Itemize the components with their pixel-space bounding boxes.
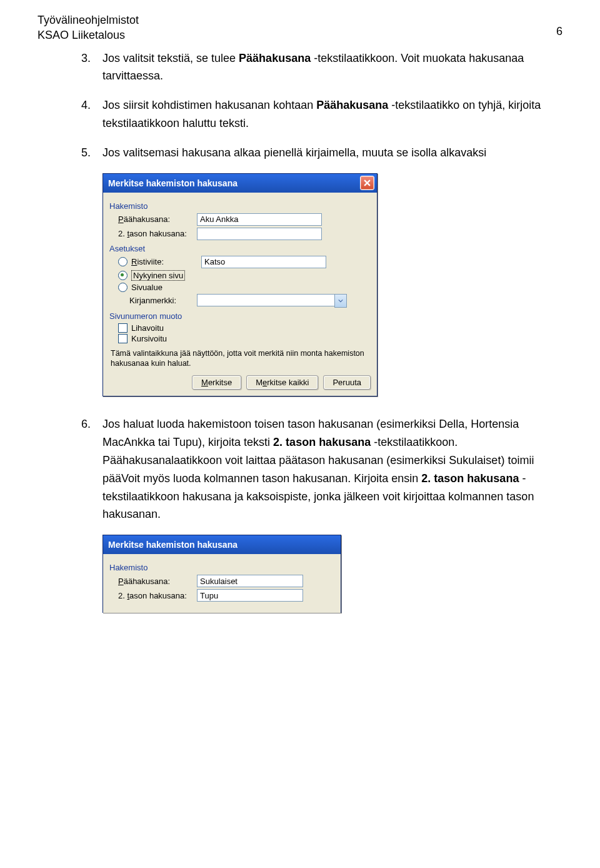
- list-item-6: 6. Jos haluat luoda hakemistoon toisen t…: [81, 415, 562, 523]
- list-item-4: 4. Jos siirsit kohdistimen hakusanan koh…: [81, 96, 562, 133]
- list-text: Jos valitsit tekstiä, se tulee Päähakusa…: [102, 49, 562, 86]
- list-number: 6.: [81, 415, 102, 523]
- section-hakemisto: Hakemisto: [109, 563, 334, 572]
- label-sivualue: Sivualue: [131, 283, 162, 292]
- dialog-merkitse-hakusana-2: Merkitse hakemiston hakusana Hakemisto P…: [102, 535, 341, 613]
- list-item-3: 3. Jos valitsit tekstiä, se tulee Päähak…: [81, 49, 562, 86]
- header-line2: KSAO Liiketalous: [38, 28, 562, 43]
- tason2-input[interactable]: [197, 589, 303, 602]
- dialog-title: Merkitse hakemiston hakusana: [108, 178, 238, 188]
- list-number: 4.: [81, 96, 102, 133]
- ristiviite-input[interactable]: [201, 256, 326, 268]
- label-lihavoitu: Lihavoitu: [131, 323, 164, 333]
- kirjanmerkki-input[interactable]: [197, 294, 334, 306]
- page-header: Työvälineohjelmistot KSAO Liiketalous: [38, 13, 562, 43]
- merkitse-kaikki-button[interactable]: Merkitse kaikki: [246, 375, 318, 390]
- page-number: 6: [556, 25, 562, 38]
- list-number: 5.: [81, 144, 102, 162]
- dialog-title: Merkitse hakemiston hakusana: [108, 540, 238, 550]
- label-nykyinen-sivu: Nykyinen sivu: [131, 270, 185, 281]
- radio-ristiviite[interactable]: [118, 257, 128, 266]
- paahakusana-input[interactable]: [197, 213, 322, 226]
- list-number: 3.: [81, 49, 102, 86]
- label-paahakusana: Päähakusana:: [118, 577, 197, 586]
- checkbox-lihavoitu[interactable]: [118, 323, 128, 333]
- dialog-info-text: Tämä valintaikkuna jää näyttöön, jotta v…: [111, 348, 369, 370]
- label-ristiviite: Ristiviite:: [131, 257, 201, 266]
- dialog-merkitse-hakusana: Merkitse hakemiston hakusana Hakemisto P…: [102, 173, 378, 397]
- section-asetukset: Asetukset: [109, 244, 371, 253]
- close-button[interactable]: [360, 176, 374, 190]
- paahakusana-input[interactable]: [197, 575, 303, 587]
- header-line1: Työvälineohjelmistot: [38, 13, 562, 28]
- label-kirjanmerkki: Kirjanmerkki:: [129, 296, 197, 305]
- list-text: Jos siirsit kohdistimen hakusanan kohtaa…: [102, 96, 562, 133]
- label-kursivoitu: Kursivoitu: [131, 334, 167, 343]
- label-paahakusana: Päähakusana:: [118, 214, 197, 224]
- tason2-input[interactable]: [197, 228, 322, 240]
- section-hakemisto: Hakemisto: [109, 201, 371, 211]
- list-text: Jos valitsemasi hakusana alkaa pienellä …: [102, 144, 562, 162]
- kirjanmerkki-combo[interactable]: [197, 294, 347, 308]
- radio-nykyinen-sivu[interactable]: [118, 271, 128, 280]
- checkbox-kursivoitu[interactable]: [118, 334, 128, 343]
- dialog-titlebar: Merkitse hakemiston hakusana: [103, 174, 377, 193]
- chevron-down-icon: [338, 299, 343, 303]
- dialog-titlebar: Merkitse hakemiston hakusana: [103, 535, 341, 554]
- peruuta-button[interactable]: Peruuta: [323, 375, 371, 390]
- section-sivunumero: Sivunumeron muoto: [109, 311, 371, 321]
- label-tason2: 2. tason hakusana:: [118, 591, 197, 600]
- close-icon: [364, 179, 371, 186]
- radio-sivualue[interactable]: [118, 283, 128, 292]
- combo-dropdown-button[interactable]: [334, 294, 347, 308]
- list-text: Jos haluat luoda hakemistoon toisen taso…: [102, 415, 562, 523]
- list-item-5: 5. Jos valitsemasi hakusana alkaa pienel…: [81, 144, 562, 162]
- merkitse-button[interactable]: Merkitse: [192, 375, 241, 390]
- label-tason2: 2. tason hakusana:: [118, 229, 197, 238]
